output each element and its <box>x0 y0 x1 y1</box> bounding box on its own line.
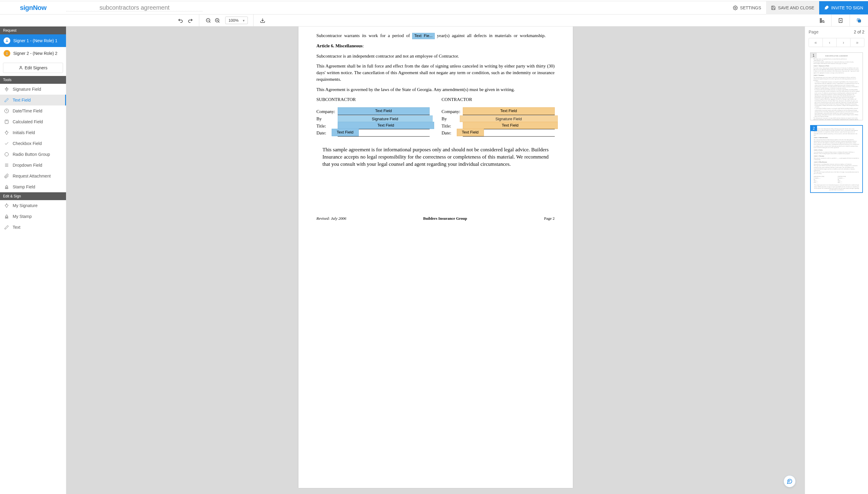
page-arrow-button[interactable] <box>837 17 844 24</box>
tool-label: Text <box>13 225 20 230</box>
tool-calculated-field[interactable]: Calculated Field <box>0 116 66 127</box>
settings-label: SETTINGS <box>740 5 761 10</box>
edit-signers-label: Edit Signers <box>25 65 47 70</box>
app-header: signNow subcontractors agreement SETTING… <box>0 1 868 15</box>
sub-title-text-field[interactable]: Text Field <box>338 122 434 129</box>
tree-search-icon <box>819 18 825 23</box>
signer-1-label: Signer 1 - (New Role) 1 <box>13 38 57 43</box>
prev-page-button[interactable]: ‹ <box>823 38 836 47</box>
redo-button[interactable] <box>186 17 193 24</box>
signer-1-row[interactable]: Signer 1 - (New Role) 1 <box>0 34 66 47</box>
tool-label: Stamp Field <box>13 185 35 189</box>
first-page-button[interactable]: « <box>809 38 823 47</box>
con-company-text-field[interactable]: Text Field <box>463 107 555 115</box>
subcontractor-heading: SUBCONTRACTOR <box>317 96 430 103</box>
tree-view-button[interactable] <box>818 17 826 24</box>
zoom-out-button[interactable] <box>205 17 212 24</box>
svg-line-5 <box>218 21 219 22</box>
tools-section-header: Tools <box>0 76 66 84</box>
stamp-icon <box>4 214 9 219</box>
svg-rect-19 <box>5 120 8 124</box>
pencil-icon <box>4 225 9 230</box>
zoom-in-button[interactable] <box>214 17 221 24</box>
tool-initials-field[interactable]: Initials Field <box>0 127 66 138</box>
svg-point-24 <box>5 153 8 156</box>
revised-text: Revised: July 2006 <box>317 216 346 222</box>
con-date-text-field[interactable]: Text Field <box>457 129 484 136</box>
tool-dropdown-field[interactable]: Dropdown Field <box>0 160 66 171</box>
svg-point-16 <box>20 66 21 68</box>
logo: signNow <box>0 4 66 12</box>
feather-icon <box>824 5 829 10</box>
company-label: Company: <box>442 109 463 115</box>
tool-label: Radio Button Group <box>13 152 50 157</box>
zoom-select[interactable]: 100% ▼ <box>225 17 248 24</box>
document-title[interactable]: subcontractors agreement <box>66 4 203 12</box>
circle-icon <box>4 152 9 157</box>
pencil-icon <box>4 98 9 102</box>
page-count: 2 of 2 <box>854 30 864 34</box>
download-button[interactable] <box>259 17 266 24</box>
thumbnail-page-2[interactable]: 2 If required to verify Subcontractors t… <box>810 125 863 193</box>
invite-to-sign-button[interactable]: INVITE TO SIGN <box>819 1 868 15</box>
con-title-text-field[interactable]: Text Field <box>463 122 558 129</box>
svg-rect-14 <box>839 18 842 23</box>
zoom-in-icon <box>215 18 220 23</box>
sub-signature-field[interactable]: Signature Field <box>338 115 433 122</box>
chat-bubble-button[interactable] <box>784 475 796 487</box>
undo-icon <box>178 18 184 23</box>
copy-button[interactable] <box>855 17 863 24</box>
page-label: Page <box>809 30 818 34</box>
zoom-value: 100% <box>228 18 239 23</box>
thumb-number: 1 <box>810 53 817 58</box>
svg-point-17 <box>6 89 7 90</box>
page-footer: Revised: July 2006 Builders Insurance Gr… <box>317 216 555 222</box>
company-label: Company: <box>317 109 338 115</box>
editsign-my-stamp[interactable]: My Stamp <box>0 211 66 222</box>
svg-rect-10 <box>820 20 822 21</box>
settings-button[interactable]: SETTINGS <box>728 1 766 15</box>
sub-company-text-field[interactable]: Text Field <box>338 107 430 115</box>
tool-text-field[interactable]: Text Field <box>0 95 66 106</box>
tool-request-attachment[interactable]: Request Attachment <box>0 171 66 182</box>
tool-datetime-field[interactable]: Date/Time Field <box>0 106 66 116</box>
tool-signature-field[interactable]: Signature Field <box>0 84 66 95</box>
tool-stamp-field[interactable]: Stamp Field <box>0 182 66 192</box>
con-signature-field[interactable]: Signature Field <box>460 115 558 122</box>
article-6-heading: Article 6. Miscellaneous <box>317 43 363 48</box>
thumbnails-panel: Page 2 of 2 « ‹ › » 1 SUBCONTRACTOR AGRE… <box>805 26 868 494</box>
signer-2-row[interactable]: Signer 2 - (New Role) 2 <box>0 47 66 60</box>
pen-icon <box>4 130 9 135</box>
save-close-button[interactable]: SAVE AND CLOSE <box>766 1 819 15</box>
next-page-button[interactable]: › <box>836 38 850 47</box>
warranty-text-post: year(s) against all defects in materials… <box>435 33 546 38</box>
edit-signers-button[interactable]: Edit Signers <box>3 63 63 73</box>
invite-label: INVITE TO SIGN <box>831 5 863 10</box>
contractor-signature-block: CONTRACTOR Company:Text Field BySignatur… <box>442 96 555 137</box>
page-number-text: Page 2 <box>544 216 554 222</box>
warranty-text-field[interactable]: Text Fie... <box>412 33 434 39</box>
stamp-icon <box>4 185 9 189</box>
svg-line-2 <box>209 21 210 22</box>
tool-checkbox-field[interactable]: Checkbox Field <box>0 138 66 149</box>
thumbnail-page-1[interactable]: 1 SUBCONTRACTOR AGREEMENT This Agreement… <box>810 53 863 120</box>
svg-point-0 <box>735 7 736 8</box>
svg-point-12 <box>822 20 824 22</box>
independent-contractor-text: Subcontractor is an independent contract… <box>317 53 555 60</box>
by-label: By <box>317 116 338 122</box>
editsign-my-signature[interactable]: My Signature <box>0 200 66 211</box>
toolbar: 100% ▼ <box>0 15 868 26</box>
signer-1-avatar <box>4 37 10 44</box>
pen-nib-icon <box>4 87 9 92</box>
undo-button[interactable] <box>177 17 185 24</box>
signer-2-label: Signer 2 - (New Role) 2 <box>13 51 57 56</box>
document-canvas[interactable]: Subcontractor warrants its work for a pe… <box>66 26 805 494</box>
editsign-section-header: Edit & Sign <box>0 192 66 200</box>
last-page-button[interactable]: » <box>850 38 864 47</box>
sub-date-text-field[interactable]: Text Field <box>332 129 359 136</box>
editsign-text[interactable]: Text <box>0 222 66 233</box>
tool-radio-group[interactable]: Radio Button Group <box>0 149 66 160</box>
svg-rect-9 <box>820 18 822 19</box>
title-label: Title: <box>442 123 463 130</box>
tool-label: Dropdown Field <box>13 163 42 168</box>
